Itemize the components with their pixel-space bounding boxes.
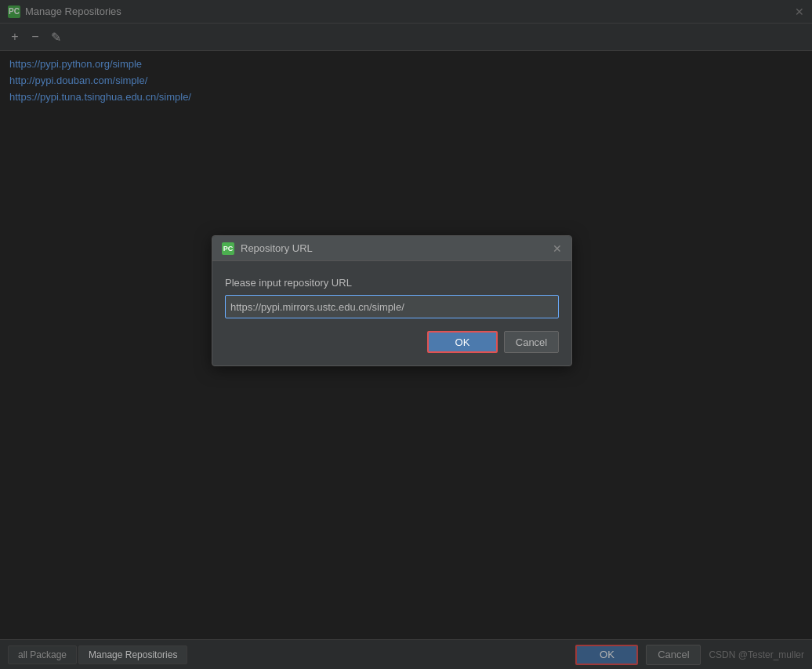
dialog-titlebar-left: PC Repository URL bbox=[222, 242, 313, 255]
dialog-title: Repository URL bbox=[241, 242, 313, 254]
repository-url-dialog: PC Repository URL ✕ Please input reposit… bbox=[212, 235, 572, 366]
repository-url-input[interactable] bbox=[225, 295, 559, 318]
dialog-app-icon: PC bbox=[222, 242, 234, 255]
dialog-titlebar: PC Repository URL ✕ bbox=[212, 236, 571, 261]
dialog-body: Please input repository URL OK Cancel bbox=[212, 261, 571, 365]
dialog-label: Please input repository URL bbox=[225, 277, 559, 289]
dialog-close-icon[interactable]: ✕ bbox=[553, 242, 562, 255]
dialog-cancel-button[interactable]: Cancel bbox=[504, 331, 559, 353]
main-window: PC Manage Repositories ✕ + − ✎ https://p… bbox=[0, 0, 812, 669]
dialog-ok-button[interactable]: OK bbox=[427, 331, 498, 353]
dialog-buttons: OK Cancel bbox=[225, 331, 559, 353]
